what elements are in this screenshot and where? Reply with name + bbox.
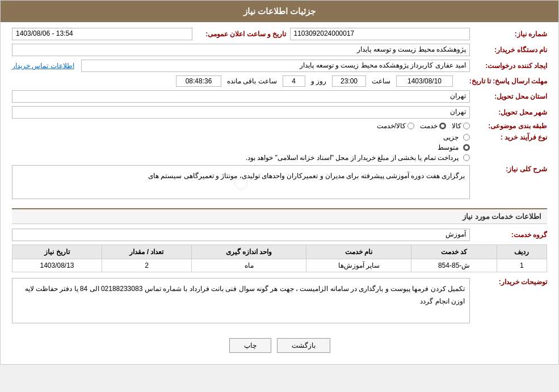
need-number-row: شماره نیاز: 1103092024000017 تاریخ و ساع… [12,28,547,40]
category-radio-kala-khedmat [407,123,414,129]
print-button[interactable]: چاپ [229,338,271,353]
creator-row: ایجاد کننده درخواست: امید عفاری کاربرداز… [12,60,547,72]
col-header-unit: واحد اندازه گیری [191,245,306,259]
cell-unit: ماه [191,259,306,272]
process-radio-pardakht [463,154,470,161]
cell-qty: 2 [102,259,192,272]
creator-link[interactable]: اطلاعات تماس خریدار [12,62,74,70]
description-value: برگزاری هفت دوره آموزشی پیشرفته برای مدی… [148,172,465,180]
services-section-header: اطلاعات خدمات مورد نیاز [12,208,547,224]
need-number-value: 1103092024000017 [290,28,470,40]
reply-days-label: روز و [311,77,326,85]
description-row: شرح کلی نیاز: برگزاری هفت دوره آموزشی پی… [12,165,547,205]
city-value: تهران [12,106,470,119]
table-row: 1 ش-85-854 سایر آموزش‌ها ماه 2 1403/08/1… [12,259,547,272]
process-options-group: جزیی متوسط پرداخت تمام یا بخشی از مبلغ خ… [246,133,470,162]
province-value: تهران [12,90,470,103]
province-label: استان محل تحویل: [473,92,547,100]
province-row: استان محل تحویل: تهران [12,90,547,103]
reply-time-label: ساعت [372,77,390,85]
reply-time: 23:00 [332,75,366,87]
col-header-row: ردیف [497,245,547,259]
col-header-code: کد خدمت [411,245,497,259]
process-option-jozii[interactable]: جزیی [246,133,470,141]
creator-value: امید عفاری کاربرداز پژوهشکده محیط زیست و… [81,60,470,72]
remaining-label: ساعت باقی مانده [227,77,277,85]
process-type-label: نوع فرآیند خرید : [473,133,547,141]
city-row: شهر محل تحویل: تهران [12,106,547,119]
process-radio-jozii [463,134,470,141]
category-options: کالا خدمت کالا/خدمت [377,122,470,130]
process-option-pardakht[interactable]: پرداخت تمام یا بخشی از مبلغ خریدار از مح… [246,154,470,162]
cell-row: 1 [497,259,547,272]
buyer-notes-box: تکمیل کردن فرمها پیوست و بارگذاری در سام… [12,278,470,323]
category-label: طبقه بندی موضوعی: [473,122,547,130]
category-radio-khedmat [439,123,446,129]
announce-datetime-value: 1403/08/06 - 13:54 [12,28,192,40]
service-group-label: گروه خدمت: [473,231,547,239]
page-title: جزئیات اطلاعات نیاز [1,1,558,22]
service-table: ردیف کد خدمت نام خدمت واحد اندازه گیری ت… [12,245,547,272]
need-number-label: شماره نیاز: [473,30,547,38]
category-radio-kala [463,123,470,129]
description-box: برگزاری هفت دوره آموزشی پیشرفته برای مدی… [12,165,470,199]
col-header-qty: تعداد / مقدار [102,245,192,259]
buyer-org-label: نام دستگاه خریدار: [473,46,547,54]
process-option-motavasset[interactable]: متوسط [246,144,470,151]
process-radio-motavasset [463,144,470,151]
remaining-time: 08:48:36 [176,75,221,87]
cell-date: 1403/08/13 [12,259,102,272]
process-type-row: نوع فرآیند خرید : جزیی متوسط پرداخت تمام… [12,133,547,162]
col-header-date: تاریخ نیاز [12,245,102,259]
back-button[interactable]: بازگشت [277,338,330,353]
buyer-notes-label: توضیحات خریدار: [473,278,547,286]
description-label: شرح کلی نیاز: [473,165,547,173]
reply-deadline-row: مهلت ارسال پاسخ: تا تاریخ: 1403/08/10 سا… [12,75,547,87]
city-label: شهر محل تحویل: [473,108,547,116]
buyer-org-row: نام دستگاه خریدار: پژوهشکده محیط زیست و … [12,44,547,56]
buyer-notes-row: توضیحات خریدار: تکمیل کردن فرمها پیوست و… [12,278,547,329]
col-header-name: نام خدمت [306,245,411,259]
category-option-kala-khedmat[interactable]: کالا/خدمت [377,122,414,130]
category-option-kala[interactable]: کالا [452,122,470,130]
reply-date: 1403/08/10 [396,75,453,87]
buyer-notes-value: تکمیل کردن فرمها پیوست و بارگذاری در سام… [25,285,465,305]
cell-name: سایر آموزش‌ها [306,259,411,272]
cell-code: ش-85-854 [411,259,497,272]
reply-days: 4 [283,75,305,87]
category-row: طبقه بندی موضوعی: کالا خدمت کالا/خدمت [12,122,547,130]
button-row: بازگشت چاپ [12,332,547,359]
category-option-khedmat[interactable]: خدمت [420,122,446,130]
reply-deadline-label: مهلت ارسال پاسخ: تا تاریخ: [456,77,547,85]
announce-datetime-label: تاریخ و ساعت اعلان عمومی: [196,30,287,38]
buyer-org-value: پژوهشکده محیط زیست و توسعه پایدار [12,44,470,56]
creator-label: ایجاد کننده درخواست: [473,62,547,70]
service-group-row: گروه خدمت: آموزش [12,229,547,241]
service-group-value: آموزش [12,229,470,241]
